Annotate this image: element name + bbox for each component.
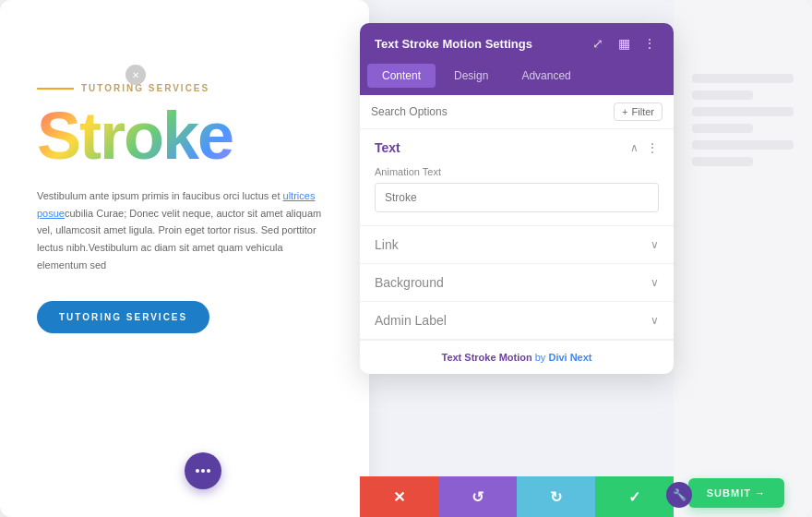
footer-link[interactable]: Text Stroke Motion bbox=[441, 352, 531, 363]
tutoring-label-container: TUTORING SERVICES bbox=[37, 83, 332, 93]
bg-line-1 bbox=[692, 74, 794, 83]
text-menu-icon[interactable]: ⋮ bbox=[646, 140, 659, 155]
admin-label-title: Admin Label bbox=[375, 313, 447, 328]
footer-by: by bbox=[535, 352, 549, 363]
undo-button[interactable]: ↺ bbox=[438, 476, 517, 517]
filter-label: Filter bbox=[632, 106, 654, 117]
panel-footer: Text Stroke Motion by Divi Next bbox=[360, 340, 674, 374]
footer-brand-link[interactable]: Divi Next bbox=[548, 352, 591, 363]
highlight-text: ultrices posue bbox=[37, 190, 315, 219]
bg-line-2 bbox=[692, 90, 753, 100]
bg-line-4 bbox=[692, 124, 753, 133]
background-section-title: Background bbox=[375, 275, 444, 290]
expand-icon[interactable]: ⤢ bbox=[589, 34, 607, 53]
more-options-icon[interactable]: ⋮ bbox=[640, 34, 659, 53]
text-section-header[interactable]: Text ∧ ⋮ bbox=[360, 129, 674, 166]
background-lines bbox=[692, 74, 794, 166]
panel-header-icons: ⤢ ▦ ⋮ bbox=[589, 34, 659, 53]
link-section: Link ∨ bbox=[360, 226, 674, 264]
tutoring-line bbox=[37, 88, 74, 90]
background-chevron-icon: ∨ bbox=[651, 276, 659, 289]
confirm-button[interactable]: ✓ bbox=[595, 476, 674, 517]
text-section: Text ∧ ⋮ Animation Text bbox=[360, 129, 674, 226]
preview-body-text: Vestibulum ante ipsum primis in faucibus… bbox=[37, 187, 332, 273]
link-section-title: Link bbox=[375, 237, 399, 252]
fab-dot-1 bbox=[196, 469, 199, 473]
background-section-icons: ∨ bbox=[651, 276, 659, 289]
background-section-header[interactable]: Background ∨ bbox=[360, 264, 674, 301]
submit-label: SUBMIT → bbox=[707, 487, 766, 499]
filter-plus: + bbox=[622, 106, 627, 117]
link-chevron-icon: ∨ bbox=[651, 238, 659, 251]
right-background bbox=[674, 0, 812, 517]
bg-line-6 bbox=[692, 157, 753, 166]
undo-icon: ↺ bbox=[472, 488, 484, 506]
panel-header: Text Stroke Motion Settings ⤢ ▦ ⋮ bbox=[360, 23, 674, 64]
wrench-button[interactable]: 🔧 bbox=[666, 482, 692, 508]
admin-label-section-icons: ∨ bbox=[651, 314, 659, 327]
panel-tabs: Content Design Advanced bbox=[360, 64, 674, 95]
redo-button[interactable]: ↻ bbox=[517, 476, 595, 517]
stroke-title: Stroke bbox=[37, 102, 332, 169]
fab-dot-3 bbox=[207, 469, 210, 473]
text-section-icons: ∧ ⋮ bbox=[630, 140, 659, 155]
text-section-body: Animation Text bbox=[360, 166, 674, 225]
columns-icon[interactable]: ▦ bbox=[615, 34, 633, 53]
text-chevron-up-icon: ∧ bbox=[630, 141, 639, 154]
fab-button[interactable] bbox=[185, 452, 221, 489]
link-section-icons: ∨ bbox=[651, 238, 659, 251]
panel-title: Text Stroke Motion Settings bbox=[375, 37, 532, 51]
text-section-title: Text bbox=[375, 140, 400, 155]
filter-button[interactable]: + Filter bbox=[614, 102, 663, 121]
search-bar: + Filter bbox=[360, 95, 674, 129]
panel-close-button[interactable]: ✕ bbox=[125, 65, 146, 85]
action-bar: ✕ ↺ ↻ ✓ bbox=[360, 476, 674, 517]
bg-line-3 bbox=[692, 107, 794, 116]
tutoring-button[interactable]: TUTORING SERVICES bbox=[37, 301, 209, 333]
admin-label-chevron-icon: ∨ bbox=[651, 314, 659, 327]
bg-line-5 bbox=[692, 140, 794, 150]
confirm-icon: ✓ bbox=[628, 488, 640, 506]
animation-text-label: Animation Text bbox=[375, 166, 659, 177]
tab-content[interactable]: Content bbox=[367, 64, 436, 88]
tutoring-label-text: TUTORING SERVICES bbox=[81, 83, 209, 93]
submit-button[interactable]: SUBMIT → bbox=[688, 478, 784, 508]
link-section-header[interactable]: Link ∨ bbox=[360, 226, 674, 263]
admin-label-section-header[interactable]: Admin Label ∨ bbox=[360, 302, 674, 339]
animation-text-input[interactable] bbox=[375, 183, 659, 212]
background-section: Background ∨ bbox=[360, 264, 674, 302]
fab-dots bbox=[196, 469, 210, 473]
cancel-icon: ✕ bbox=[393, 488, 405, 506]
admin-label-section: Admin Label ∨ bbox=[360, 302, 674, 340]
cancel-button[interactable]: ✕ bbox=[360, 476, 438, 517]
tab-advanced[interactable]: Advanced bbox=[507, 64, 585, 88]
fab-dot-2 bbox=[201, 469, 205, 473]
settings-panel: Text Stroke Motion Settings ⤢ ▦ ⋮ Conten… bbox=[360, 23, 674, 374]
search-input[interactable] bbox=[371, 105, 606, 118]
preview-area: TUTORING SERVICES Stroke Vestibulum ante… bbox=[0, 0, 369, 517]
redo-icon: ↻ bbox=[550, 488, 562, 506]
wrench-icon: 🔧 bbox=[673, 488, 687, 501]
tab-design[interactable]: Design bbox=[439, 64, 503, 88]
